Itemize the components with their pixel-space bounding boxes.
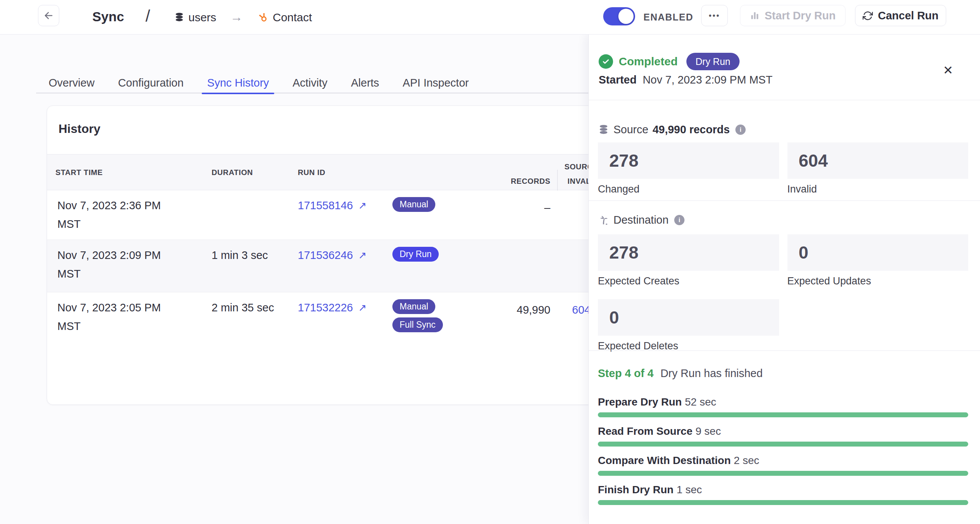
started-value: Nov 7, 2023 2:09 PM MST: [643, 74, 773, 86]
close-panel-button[interactable]: ✕: [940, 62, 956, 79]
breadcrumb-source-label: users: [188, 11, 216, 24]
divider: [589, 100, 980, 100]
palm-tree-icon: [598, 214, 609, 226]
cell-start-time: Nov 7, 2023 2:09 PM MST: [57, 246, 171, 283]
destination-section-header: Destination i: [598, 214, 684, 226]
step-message: Dry Run has finished: [660, 367, 763, 380]
enabled-toggle[interactable]: [603, 7, 635, 25]
run-id-link[interactable]: 171536246: [298, 246, 353, 265]
column-divider: [557, 170, 558, 191]
step-name: Read From Source: [598, 425, 692, 437]
progress-bar: [598, 500, 968, 505]
column-run-id: RUN ID: [298, 154, 326, 191]
run-id-link[interactable]: 171558146: [298, 196, 353, 215]
tab-api-inspector[interactable]: API Inspector: [402, 72, 469, 94]
started-row: StartedNov 7, 2023 2:09 PM MST: [599, 74, 773, 86]
more-menu-button[interactable]: •••: [701, 5, 728, 26]
divider: [589, 200, 980, 201]
start-dry-run-button[interactable]: Start Dry Run: [740, 5, 846, 26]
step-finish-dry-run: Finish Dry Run1 sec: [598, 484, 968, 505]
breadcrumb-destination-label: Contact: [273, 11, 312, 24]
dry-run-badge: Dry Run: [686, 53, 740, 70]
step-name: Prepare Dry Run: [598, 396, 682, 408]
top-bar: Sync / users → Contact ENABLED ••• Start…: [0, 0, 980, 35]
history-card: History START TIME DURATION RUN ID SOURC…: [47, 106, 604, 405]
step-duration: 52 sec: [685, 396, 716, 408]
stat-value: 0: [788, 234, 969, 271]
stat-invalid: 604 Invalid: [788, 142, 969, 195]
table-row[interactable]: Nov 7, 2023 2:36 PM MST 171558146 ↗ Manu…: [47, 190, 604, 240]
refresh-icon: [862, 11, 873, 21]
toggle-knob: [618, 9, 633, 24]
external-link-icon: ↗: [358, 299, 367, 317]
enabled-label: ENABLED: [643, 12, 693, 23]
run-status-row: Completed Dry Run: [599, 53, 740, 70]
step-read-from-source: Read From Source9 sec: [598, 425, 968, 446]
tab-alerts[interactable]: Alerts: [351, 72, 379, 94]
run-type-badge: Manual: [392, 197, 435, 212]
table-row[interactable]: Nov 7, 2023 2:05 PM MST 2 min 35 sec 171…: [47, 292, 604, 405]
step-progress-header: Step 4 of 4 Dry Run has finished: [598, 367, 763, 380]
breadcrumb-source[interactable]: users: [174, 0, 216, 35]
source-section-header: Source 49,990 records i: [598, 124, 746, 136]
history-title: History: [59, 122, 100, 136]
stat-expected-deletes: 0 Expected Deletes: [598, 299, 779, 352]
arrow-left-icon: [43, 10, 54, 21]
cell-badges: Dry Run: [392, 247, 439, 262]
cell-start-time: Nov 7, 2023 2:36 PM MST: [57, 196, 171, 233]
column-start-time: START TIME: [56, 154, 103, 191]
info-icon[interactable]: i: [674, 215, 684, 225]
cell-records: –: [461, 198, 550, 217]
run-id-link[interactable]: 171532226: [298, 299, 353, 317]
cell-duration: 2 min 35 sec: [212, 299, 274, 317]
tab-bar: Overview Configuration Sync History Acti…: [36, 72, 589, 94]
column-duration: DURATION: [212, 154, 253, 191]
table-body: Nov 7, 2023 2:36 PM MST 171558146 ↗ Manu…: [47, 190, 604, 405]
cell-badges: Manual: [392, 197, 435, 212]
cell-run-id: 171558146 ↗: [298, 196, 367, 215]
tab-sync-history[interactable]: Sync History: [207, 72, 269, 94]
start-dry-run-label: Start Dry Run: [765, 10, 836, 22]
bar-chart-icon: [750, 11, 760, 21]
breadcrumb-separator: /: [145, 6, 150, 25]
stat-value: 278: [598, 142, 779, 179]
run-detail-panel: Completed Dry Run ✕ StartedNov 7, 2023 2…: [589, 35, 980, 524]
ellipsis-icon: •••: [709, 11, 720, 20]
stat-label: Expected Creates: [598, 275, 779, 287]
tabs: Overview Configuration Sync History Acti…: [49, 72, 469, 94]
tab-configuration[interactable]: Configuration: [118, 72, 184, 94]
info-icon[interactable]: i: [735, 125, 746, 135]
back-button[interactable]: [38, 5, 59, 26]
stat-label: Changed: [598, 183, 779, 195]
step-duration: 1 sec: [676, 484, 702, 495]
tab-overview[interactable]: Overview: [49, 72, 95, 94]
breadcrumb-destination[interactable]: Contact: [258, 0, 312, 35]
step-prepare-dry-run: Prepare Dry Run52 sec: [598, 396, 968, 417]
sync-mode-badge: Full Sync: [392, 318, 443, 332]
stat-label: Invalid: [788, 183, 969, 195]
cancel-run-button[interactable]: Cancel Run: [855, 5, 946, 26]
stat-changed: 278 Changed: [598, 142, 779, 195]
close-icon: ✕: [943, 63, 953, 78]
destination-label: Destination: [613, 214, 668, 226]
progress-bar: [598, 412, 968, 417]
step-name: Finish Dry Run: [598, 484, 673, 495]
page-title: Sync: [92, 9, 124, 24]
progress-bar: [598, 441, 968, 446]
external-link-icon: ↗: [358, 246, 367, 265]
stat-expected-updates: 0 Expected Updates: [788, 234, 969, 287]
source-records-count: 49,990 records: [652, 124, 730, 136]
stat-label: Expected Updates: [788, 275, 969, 287]
cell-duration: 1 min 3 sec: [212, 246, 274, 265]
cell-records: 49,990: [461, 301, 550, 319]
arrow-right-icon: →: [230, 10, 243, 24]
source-stats: 278 Changed 604 Invalid: [598, 142, 968, 195]
tab-activity[interactable]: Activity: [293, 72, 328, 94]
table-row-selected[interactable]: Nov 7, 2023 2:09 PM MST 1 min 3 sec 1715…: [47, 240, 604, 292]
database-icon: [174, 12, 185, 23]
progress-bar: [598, 471, 968, 476]
cell-badges: Manual Full Sync: [392, 299, 443, 332]
step-duration: 2 sec: [734, 454, 759, 466]
step-counter: Step 4 of 4: [598, 367, 654, 380]
cell-invalid-link[interactable]: 604: [572, 301, 590, 319]
